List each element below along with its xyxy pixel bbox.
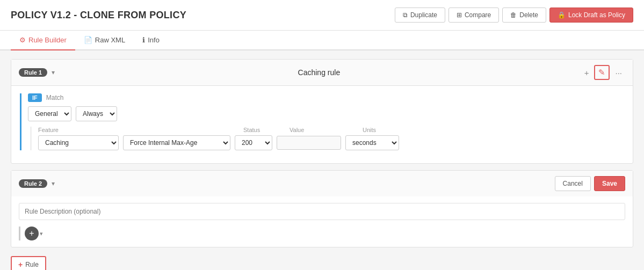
- add-rule-label: Rule: [25, 261, 39, 268]
- add-rule-button[interactable]: + Rule: [11, 256, 46, 270]
- rule1-add-button[interactable]: +: [581, 66, 592, 79]
- rule2-body: + ▾: [11, 196, 633, 247]
- tab-raw-xml[interactable]: 📄 Raw XML: [75, 31, 134, 50]
- rule2-actions: Cancel Save: [555, 176, 625, 191]
- pencil-icon: ✎: [598, 68, 605, 77]
- main-content: Rule 1 ▾ Caching rule + ✎ ··· IF: [0, 50, 644, 270]
- rule1-chevron[interactable]: ▾: [49, 69, 57, 76]
- add-rule-plus-icon: +: [18, 260, 23, 269]
- feature-section: Feature Status Value Units Caching Force: [30, 127, 624, 150]
- rule2-chevron[interactable]: ▾: [49, 180, 57, 187]
- compare-icon: ⊞: [457, 11, 462, 19]
- condition-dropdown-arrow[interactable]: ▾: [40, 230, 43, 237]
- value-col-label: Value: [290, 127, 354, 133]
- add-condition-row: + ▾: [19, 227, 625, 240]
- rule1-badge: Rule 1: [19, 68, 47, 77]
- rule1-name: Caching rule: [57, 68, 581, 77]
- rule2-card: Rule 2 ▾ Cancel Save + ▾: [11, 170, 633, 247]
- add-condition-button[interactable]: +: [25, 227, 39, 240]
- feature-label: Feature: [38, 127, 119, 133]
- if-selects: General Always: [28, 106, 624, 121]
- page-title: POLICY V1.2 - CLONE FROM POLICY: [11, 10, 186, 21]
- feature-labels: Feature Status Value Units: [38, 127, 624, 133]
- rule-description-input[interactable]: [19, 203, 625, 220]
- lock-draft-button[interactable]: 🔒 Lock Draft as Policy: [549, 8, 633, 23]
- cancel-button[interactable]: Cancel: [555, 176, 591, 191]
- rule1-body: IF Match General Always Feature: [11, 86, 633, 163]
- rule-builder-icon: ⚙: [19, 36, 26, 44]
- rule1-edit-button[interactable]: ✎: [594, 65, 610, 80]
- feature-select[interactable]: Caching: [38, 135, 119, 150]
- if-badge: IF: [28, 93, 42, 102]
- rule1-card: Rule 1 ▾ Caching rule + ✎ ··· IF: [11, 59, 633, 164]
- page-header: POLICY V1.2 - CLONE FROM POLICY ⧉ Duplic…: [0, 0, 644, 31]
- save-button[interactable]: Save: [594, 176, 625, 191]
- match-label: Match: [46, 94, 64, 101]
- lock-icon: 🔒: [558, 11, 566, 19]
- tab-rule-builder[interactable]: ⚙ Rule Builder: [11, 31, 75, 50]
- delete-button[interactable]: 🗑 Delete: [502, 8, 546, 23]
- units-select[interactable]: seconds minutes hours days: [345, 135, 399, 150]
- rule2-header: Rule 2 ▾ Cancel Save: [11, 171, 633, 196]
- if-label-row: IF Match: [28, 93, 624, 102]
- header-actions: ⧉ Duplicate ⊞ Compare 🗑 Delete 🔒 Lock Dr…: [395, 8, 633, 23]
- delete-icon: 🗑: [510, 11, 517, 19]
- tab-info[interactable]: ℹ Info: [134, 31, 168, 50]
- tabs-bar: ⚙ Rule Builder 📄 Raw XML ℹ Info: [0, 31, 644, 50]
- units-col-label: Units: [363, 127, 416, 133]
- if-block: IF Match General Always Feature: [20, 93, 624, 150]
- feature-wide-label: [127, 127, 235, 133]
- status-select[interactable]: 200: [235, 135, 272, 150]
- status-col-label: Status: [243, 127, 281, 133]
- rule1-actions: + ✎ ···: [581, 65, 625, 80]
- raw-xml-icon: 📄: [84, 36, 92, 44]
- value-input[interactable]: 300: [277, 136, 341, 150]
- rule1-more-button[interactable]: ···: [612, 66, 625, 79]
- duplicate-icon: ⧉: [403, 11, 408, 19]
- ellipsis-icon: ···: [615, 68, 622, 77]
- always-select[interactable]: Always: [76, 106, 117, 121]
- feature-inputs: Caching Force Internal Max-Age 200 300 s…: [38, 135, 624, 150]
- rule2-badge: Rule 2: [19, 179, 47, 188]
- general-select[interactable]: General: [28, 106, 71, 121]
- rule1-header: Rule 1 ▾ Caching rule + ✎ ···: [11, 60, 633, 86]
- info-tab-icon: ℹ: [142, 36, 145, 44]
- duplicate-button[interactable]: ⧉ Duplicate: [395, 8, 445, 23]
- feature-wide-select[interactable]: Force Internal Max-Age: [123, 135, 230, 150]
- compare-button[interactable]: ⊞ Compare: [448, 8, 499, 23]
